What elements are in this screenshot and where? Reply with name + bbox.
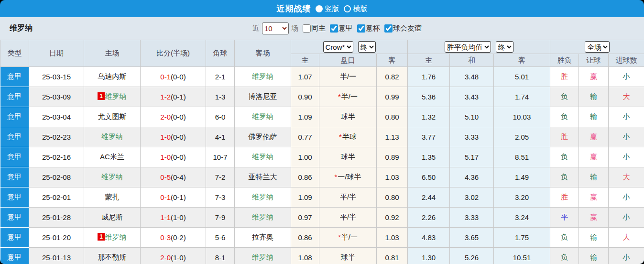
result-cell: 胜 [550,187,579,208]
club-friendly-filter[interactable]: 球会友谊 [382,24,422,33]
away-team-cell[interactable]: 维罗纳 [235,248,291,264]
table-row[interactable]: 意甲 25-01-13 那不勒斯 2-0(1-0) 8-1 维罗纳 1.08 球… [0,248,644,264]
odds-home-cell: 0.77 [291,127,319,147]
away-team-cell[interactable]: 佛罗伦萨 [235,127,291,147]
home-team-cell[interactable]: 乌迪内斯 [84,67,141,87]
handicap-result-cell: 赢 [579,127,609,147]
away-team-cell[interactable]: 维罗纳 [235,147,291,167]
serie-a-filter[interactable]: 意甲 [328,24,353,33]
header-score: 比分(半场) [141,40,206,67]
home-team-name: 威尼斯 [101,213,123,221]
handicap-cell: *半球 [319,127,377,147]
fulltime-score: 1-0 [160,133,171,141]
league-cell: 意甲 [0,208,29,228]
score-cell: 0-5(0-4) [141,167,206,187]
home-team-name: 维罗纳 [105,92,127,100]
odds-home-cell: 0.90 [291,87,319,107]
home-team-name: 那不勒斯 [98,253,127,261]
club-friendly-checkbox[interactable] [384,24,393,33]
handicap-text: 球半 [341,253,355,261]
away-team-cell[interactable]: 拉齐奥 [235,228,291,248]
away-team-cell[interactable]: 维罗纳 [235,208,291,228]
home-team-cell[interactable]: 威尼斯 [84,208,141,228]
score-cell: 0-1(0-1) [141,187,206,208]
filter-bar: 维罗纳 近 10 场 同主 意甲 意杯 球会友谊 [0,17,644,40]
goals-cell: 小 [609,208,644,228]
home-team-cell[interactable]: 维罗纳 [84,167,141,187]
mean-time-select[interactable]: 终 [496,41,513,53]
home-team-cell[interactable]: 尤文图斯 [84,107,141,127]
away-team-cell[interactable]: 博洛尼亚 [235,87,291,107]
table-row[interactable]: 意甲 25-01-28 威尼斯 1-1(1-0) 7-9 维罗纳 0.97 平/… [0,208,644,228]
table-row[interactable]: 意甲 25-02-01 蒙扎 0-1(0-1) 7-3 维罗纳 1.09 平/半… [0,187,644,208]
score-cell: 0-1(0-0) [141,67,206,87]
score-cell: 1-0(0-0) [141,127,206,147]
odds-company-select[interactable]: Crow* [323,41,353,53]
subheader-goals: 进球数 [609,54,644,67]
mean-draw-cell: 3.48 [450,67,494,87]
filter-controls: 近 10 场 同主 意甲 意杯 球会友谊 [252,17,422,40]
same-home-filter[interactable]: 同主 [301,24,326,33]
recent-count-select[interactable]: 10 [262,22,289,34]
home-team-cell[interactable]: AC米兰 [84,147,141,167]
table-row[interactable]: 意甲 25-03-15 乌迪内斯 0-1(0-0) 2-1 维罗纳 1.07 半… [0,67,644,87]
table-row[interactable]: 意甲 25-03-09 1维罗纳 1-2(0-1) 1-3 博洛尼亚 0.90 … [0,87,644,107]
away-team-name: 维罗纳 [252,112,273,121]
fulltime-score: 1-1 [160,213,171,221]
mean-lose-cell: 1.74 [494,87,550,107]
home-team-cell[interactable]: 1维罗纳 [84,228,141,248]
date-cell: 25-02-01 [29,187,84,208]
away-team-cell[interactable]: 维罗纳 [235,67,291,87]
away-team-cell[interactable]: 维罗纳 [235,187,291,208]
coppa-italia-checkbox[interactable] [357,24,365,33]
table-row[interactable]: 意甲 25-03-04 尤文图斯 2-0(0-0) 6-0 维罗纳 1.09 球… [0,107,644,127]
corner-cell: 7-9 [206,208,235,228]
subheader-odds-away: 客 [377,54,408,67]
odds-home-cell: 1.08 [291,248,319,264]
scope-select[interactable]: 全场 [585,41,610,53]
mean-win-cell: 1.76 [408,67,450,87]
home-team-cell[interactable]: 那不勒斯 [84,248,141,264]
handicap-cell: 球半 [319,248,377,264]
fulltime-score: 0-1 [160,73,171,81]
rank-badge: 1 [98,233,105,241]
titlebar: 近期战绩 竖版 横版 [0,0,644,17]
goals-cell: 大 [609,87,644,107]
handicap-text: 半/一 [340,72,356,80]
corner-cell: 4-1 [206,127,235,147]
mean-draw-cell: 3.43 [450,87,494,107]
date-cell: 25-01-13 [29,248,84,264]
table-row[interactable]: 意甲 25-02-08 维罗纳 0-5(0-4) 7-2 亚特兰大 0.86 *… [0,167,644,187]
layout-radio-horizontal[interactable]: 横版 [344,4,368,13]
results-table: 类型 日期 主场 比分(半场) 角球 客场 Crow* 终 [0,40,644,264]
away-team-cell[interactable]: 亚特兰大 [235,167,291,187]
score-cell: 0-3(0-2) [141,228,206,248]
table-row[interactable]: 意甲 25-01-20 1维罗纳 0-3(0-2) 5-6 拉齐奥 0.86 *… [0,228,644,248]
away-team-cell[interactable]: 维罗纳 [235,107,291,127]
corner-cell: 2-1 [206,67,235,87]
table-row[interactable]: 意甲 25-02-16 AC米兰 1-0(0-0) 10-7 维罗纳 1.00 … [0,147,644,167]
serie-a-checkbox[interactable] [330,24,338,33]
coppa-italia-filter[interactable]: 意杯 [355,24,380,33]
result-cell: 负 [550,248,579,264]
league-cell: 意甲 [0,87,29,107]
mean-win-cell: 2.44 [408,187,450,208]
odds-select-cell: Crow* 终 [291,40,408,54]
layout-radio-vertical[interactable]: 竖版 [316,4,339,13]
odds-home-cell: 1.09 [291,187,319,208]
goals-cell: 小 [609,67,644,87]
home-team-name: 维罗纳 [101,132,123,141]
home-team-cell[interactable]: 蒙扎 [84,187,141,208]
header-type: 类型 [0,40,29,67]
home-team-cell[interactable]: 维罗纳 [84,127,141,147]
same-home-checkbox[interactable] [303,24,311,33]
odds-time-select[interactable]: 终 [358,41,376,53]
mean-type-select[interactable]: 胜平负均值 [445,41,491,53]
panel-title: 近期战绩 [277,3,311,14]
table-row[interactable]: 意甲 25-02-23 维罗纳 1-0(0-0) 4-1 佛罗伦萨 0.77 *… [0,127,644,147]
mean-draw-cell: 5.10 [450,107,494,127]
handicap-star: * [338,92,341,100]
scope-select-cell: 全场 [550,40,644,54]
mean-lose-cell: 3.20 [494,187,550,208]
home-team-cell[interactable]: 1维罗纳 [84,87,141,107]
